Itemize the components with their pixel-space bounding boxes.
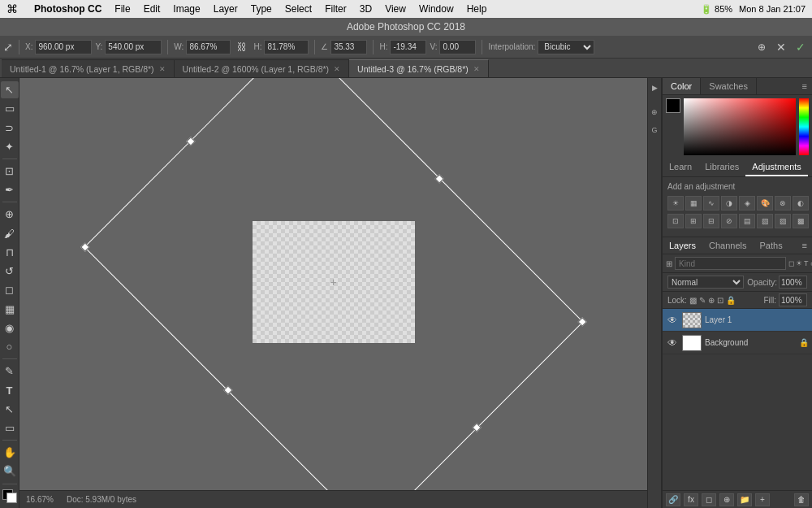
filter-adj-icon[interactable]: ☀: [796, 259, 802, 267]
menu-layer[interactable]: Layer: [214, 3, 238, 15]
x-input[interactable]: [35, 40, 92, 54]
adj-invert[interactable]: ⊘: [721, 214, 737, 228]
create-adjustment-button[interactable]: ⊕: [719, 493, 734, 506]
adj-gradient-map[interactable]: ▨: [775, 214, 791, 228]
add-mask-button[interactable]: ◻: [702, 493, 716, 506]
angle-input[interactable]: [330, 40, 367, 54]
transform-handle-tr[interactable]: [577, 317, 586, 326]
adj-channelmix[interactable]: ⊞: [685, 214, 702, 228]
fill-input[interactable]: [779, 293, 807, 306]
transform-handle-ml[interactable]: [186, 137, 195, 145]
adj-selective-color[interactable]: ▩: [793, 214, 809, 228]
panel-strip-btn1[interactable]: ▶: [648, 81, 661, 94]
transform-handle-tm[interactable]: [434, 174, 443, 183]
channels-tab[interactable]: Channels: [702, 237, 753, 254]
h-input[interactable]: [264, 40, 309, 54]
foreground-color-swatch[interactable]: [666, 98, 680, 113]
tab-untitled1[interactable]: Untitled-1 @ 16.7% (Layer 1, RGB/8*) ✕: [2, 59, 175, 77]
lock-all-icon[interactable]: 🔒: [726, 296, 736, 305]
tool-move[interactable]: ↖: [1, 81, 19, 98]
tool-marquee[interactable]: ▭: [1, 100, 19, 117]
tool-shape[interactable]: ▭: [1, 419, 19, 436]
filter-text-icon[interactable]: T: [804, 259, 809, 267]
adj-posterize[interactable]: ▤: [739, 214, 755, 228]
foreground-background-colors[interactable]: [2, 489, 17, 503]
background-color[interactable]: [6, 493, 17, 503]
learn-tab[interactable]: Learn: [663, 158, 698, 176]
tool-clone[interactable]: ⊓: [1, 244, 19, 261]
document-canvas[interactable]: +: [253, 221, 415, 343]
tool-hand[interactable]: ✋: [1, 444, 19, 461]
background-visibility[interactable]: 👁: [666, 337, 679, 349]
tool-text[interactable]: T: [1, 381, 19, 398]
color-hue-slider[interactable]: [799, 98, 809, 155]
opacity-input[interactable]: [779, 276, 807, 289]
tab-untitled3-close[interactable]: ✕: [473, 65, 480, 73]
tool-eraser[interactable]: ◻: [1, 281, 19, 298]
adj-threshold[interactable]: ▧: [757, 214, 773, 228]
create-layer-button[interactable]: +: [755, 493, 770, 506]
link-layers-button[interactable]: 🔗: [666, 493, 680, 506]
transform-handle-bl[interactable]: [80, 242, 89, 251]
adjustments-menu[interactable]: ≡: [808, 158, 812, 176]
tool-history-brush[interactable]: ↺: [1, 263, 19, 280]
layer-item-layer1[interactable]: 👁 Layer 1: [663, 309, 812, 332]
adj-levels[interactable]: ▦: [685, 196, 702, 211]
w-input[interactable]: [186, 40, 231, 54]
menu-edit[interactable]: Edit: [144, 3, 161, 15]
menu-select[interactable]: Select: [285, 3, 312, 15]
adj-vibrance[interactable]: ◈: [739, 196, 755, 211]
tool-eyedropper[interactable]: ✒: [1, 181, 19, 198]
menu-type[interactable]: Type: [251, 3, 272, 15]
paths-tab[interactable]: Paths: [754, 237, 789, 254]
adj-exposure[interactable]: ◑: [721, 196, 737, 211]
delete-layer-button[interactable]: 🗑: [794, 493, 809, 506]
layers-search-input[interactable]: [675, 257, 786, 270]
tool-gradient[interactable]: ▦: [1, 301, 19, 318]
tab-untitled1-close[interactable]: ✕: [159, 65, 166, 73]
create-group-button[interactable]: 📁: [737, 493, 752, 506]
blend-mode-select[interactable]: Normal: [667, 276, 744, 289]
warp-icon-button[interactable]: ⊕: [754, 39, 770, 55]
color-tab[interactable]: Color: [663, 78, 701, 94]
y-input[interactable]: [105, 40, 162, 54]
transform-handle-mr[interactable]: [472, 423, 481, 432]
tool-dodge[interactable]: ○: [1, 338, 19, 355]
lock-image-icon[interactable]: ✎: [699, 296, 706, 305]
tool-zoom[interactable]: 🔍: [1, 462, 19, 480]
layers-tab[interactable]: Layers: [663, 237, 702, 254]
adjustments-tab[interactable]: Adjustments: [745, 158, 808, 176]
adj-curves[interactable]: ∿: [703, 196, 719, 211]
interpolation-select[interactable]: Bicubic: [538, 40, 594, 54]
tab-untitled2-close[interactable]: ✕: [334, 65, 340, 73]
tab-untitled2[interactable]: Untitled-2 @ 1600% (Layer 1, RGB/8*) ✕: [175, 59, 350, 77]
adj-colorlookup[interactable]: ⊟: [703, 214, 719, 228]
tool-path-selection[interactable]: ↖: [1, 401, 19, 418]
adj-bw[interactable]: ◐: [793, 196, 809, 211]
tool-brush[interactable]: 🖌: [1, 225, 19, 242]
menu-photoshop[interactable]: Photoshop CC: [34, 3, 102, 15]
layers-panel-menu[interactable]: ≡: [797, 237, 812, 254]
layer1-visibility[interactable]: 👁: [666, 315, 679, 326]
tool-blur[interactable]: ◉: [1, 319, 19, 336]
lock-transparent-icon[interactable]: ▩: [689, 296, 697, 305]
transform-handle-bm[interactable]: [223, 385, 232, 394]
adj-photofilter[interactable]: ⊡: [667, 214, 684, 228]
panel-strip-btn2[interactable]: ⊕: [648, 106, 661, 119]
color-panel-menu[interactable]: ≡: [797, 78, 812, 94]
apple-menu[interactable]: ⌘: [6, 2, 18, 15]
add-layer-style-button[interactable]: fx: [684, 493, 698, 506]
tool-crop[interactable]: ⊡: [1, 163, 19, 180]
tool-pen[interactable]: ✎: [1, 363, 19, 380]
menu-file[interactable]: File: [114, 3, 130, 15]
menu-filter[interactable]: Filter: [325, 3, 347, 15]
menu-window[interactable]: Window: [419, 3, 454, 15]
lock-artboard-icon[interactable]: ⊡: [717, 296, 723, 305]
adj-hsl[interactable]: 🎨: [757, 196, 773, 211]
layer-item-background[interactable]: 👁 Background 🔒: [663, 332, 812, 354]
tab-untitled3[interactable]: Untitled-3 @ 16.7% (RGB/8*) ✕: [349, 59, 489, 77]
cancel-transform-button[interactable]: ✕: [773, 39, 789, 55]
vskew-input[interactable]: [439, 40, 476, 54]
hskew-input[interactable]: [390, 40, 426, 54]
tool-healing[interactable]: ⊕: [1, 206, 19, 223]
